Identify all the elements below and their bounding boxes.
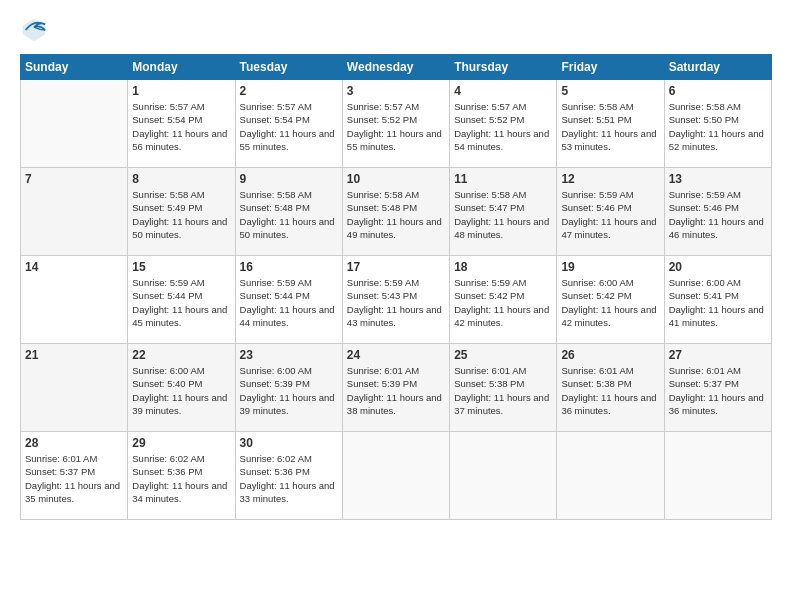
day-info: Sunrise: 5:57 AM Sunset: 5:54 PM Dayligh… bbox=[240, 100, 338, 153]
table-row: 23Sunrise: 6:00 AM Sunset: 5:39 PM Dayli… bbox=[235, 344, 342, 432]
table-row: 7 bbox=[21, 168, 128, 256]
day-number: 20 bbox=[669, 260, 767, 274]
table-row: 20Sunrise: 6:00 AM Sunset: 5:41 PM Dayli… bbox=[664, 256, 771, 344]
week-row-5: 28Sunrise: 6:01 AM Sunset: 5:37 PM Dayli… bbox=[21, 432, 772, 520]
table-row: 9Sunrise: 5:58 AM Sunset: 5:48 PM Daylig… bbox=[235, 168, 342, 256]
table-row: 6Sunrise: 5:58 AM Sunset: 5:50 PM Daylig… bbox=[664, 80, 771, 168]
week-row-4: 2122Sunrise: 6:00 AM Sunset: 5:40 PM Day… bbox=[21, 344, 772, 432]
day-number: 24 bbox=[347, 348, 445, 362]
day-number: 9 bbox=[240, 172, 338, 186]
day-info: Sunrise: 5:58 AM Sunset: 5:49 PM Dayligh… bbox=[132, 188, 230, 241]
col-friday: Friday bbox=[557, 55, 664, 80]
day-info: Sunrise: 6:00 AM Sunset: 5:42 PM Dayligh… bbox=[561, 276, 659, 329]
day-number: 2 bbox=[240, 84, 338, 98]
week-row-1: 1Sunrise: 5:57 AM Sunset: 5:54 PM Daylig… bbox=[21, 80, 772, 168]
day-number: 3 bbox=[347, 84, 445, 98]
day-info: Sunrise: 5:59 AM Sunset: 5:44 PM Dayligh… bbox=[132, 276, 230, 329]
week-row-3: 1415Sunrise: 5:59 AM Sunset: 5:44 PM Day… bbox=[21, 256, 772, 344]
table-row: 28Sunrise: 6:01 AM Sunset: 5:37 PM Dayli… bbox=[21, 432, 128, 520]
week-row-2: 78Sunrise: 5:58 AM Sunset: 5:49 PM Dayli… bbox=[21, 168, 772, 256]
table-row: 19Sunrise: 6:00 AM Sunset: 5:42 PM Dayli… bbox=[557, 256, 664, 344]
day-info: Sunrise: 5:57 AM Sunset: 5:52 PM Dayligh… bbox=[454, 100, 552, 153]
day-number: 14 bbox=[25, 260, 123, 274]
header bbox=[20, 16, 772, 44]
table-row: 2Sunrise: 5:57 AM Sunset: 5:54 PM Daylig… bbox=[235, 80, 342, 168]
day-number: 18 bbox=[454, 260, 552, 274]
logo-icon bbox=[20, 16, 48, 44]
table-row bbox=[664, 432, 771, 520]
table-row: 1Sunrise: 5:57 AM Sunset: 5:54 PM Daylig… bbox=[128, 80, 235, 168]
day-info: Sunrise: 5:59 AM Sunset: 5:44 PM Dayligh… bbox=[240, 276, 338, 329]
day-number: 16 bbox=[240, 260, 338, 274]
day-number: 10 bbox=[347, 172, 445, 186]
table-row: 30Sunrise: 6:02 AM Sunset: 5:36 PM Dayli… bbox=[235, 432, 342, 520]
day-info: Sunrise: 5:59 AM Sunset: 5:46 PM Dayligh… bbox=[669, 188, 767, 241]
day-number: 5 bbox=[561, 84, 659, 98]
day-number: 19 bbox=[561, 260, 659, 274]
table-row: 24Sunrise: 6:01 AM Sunset: 5:39 PM Dayli… bbox=[342, 344, 449, 432]
day-number: 25 bbox=[454, 348, 552, 362]
day-info: Sunrise: 6:00 AM Sunset: 5:41 PM Dayligh… bbox=[669, 276, 767, 329]
day-info: Sunrise: 5:59 AM Sunset: 5:46 PM Dayligh… bbox=[561, 188, 659, 241]
day-number: 12 bbox=[561, 172, 659, 186]
table-row bbox=[557, 432, 664, 520]
day-info: Sunrise: 6:01 AM Sunset: 5:37 PM Dayligh… bbox=[669, 364, 767, 417]
day-info: Sunrise: 5:58 AM Sunset: 5:48 PM Dayligh… bbox=[347, 188, 445, 241]
day-info: Sunrise: 6:01 AM Sunset: 5:38 PM Dayligh… bbox=[454, 364, 552, 417]
table-row: 16Sunrise: 5:59 AM Sunset: 5:44 PM Dayli… bbox=[235, 256, 342, 344]
table-row: 18Sunrise: 5:59 AM Sunset: 5:42 PM Dayli… bbox=[450, 256, 557, 344]
day-info: Sunrise: 5:59 AM Sunset: 5:43 PM Dayligh… bbox=[347, 276, 445, 329]
day-number: 28 bbox=[25, 436, 123, 450]
col-wednesday: Wednesday bbox=[342, 55, 449, 80]
table-row bbox=[21, 80, 128, 168]
day-info: Sunrise: 5:57 AM Sunset: 5:54 PM Dayligh… bbox=[132, 100, 230, 153]
day-info: Sunrise: 6:01 AM Sunset: 5:39 PM Dayligh… bbox=[347, 364, 445, 417]
table-row: 13Sunrise: 5:59 AM Sunset: 5:46 PM Dayli… bbox=[664, 168, 771, 256]
day-info: Sunrise: 6:00 AM Sunset: 5:39 PM Dayligh… bbox=[240, 364, 338, 417]
day-number: 8 bbox=[132, 172, 230, 186]
table-row: 5Sunrise: 5:58 AM Sunset: 5:51 PM Daylig… bbox=[557, 80, 664, 168]
table-row bbox=[342, 432, 449, 520]
day-number: 6 bbox=[669, 84, 767, 98]
day-info: Sunrise: 6:02 AM Sunset: 5:36 PM Dayligh… bbox=[132, 452, 230, 505]
day-number: 21 bbox=[25, 348, 123, 362]
logo bbox=[20, 16, 52, 44]
table-row: 17Sunrise: 5:59 AM Sunset: 5:43 PM Dayli… bbox=[342, 256, 449, 344]
table-row: 11Sunrise: 5:58 AM Sunset: 5:47 PM Dayli… bbox=[450, 168, 557, 256]
day-number: 30 bbox=[240, 436, 338, 450]
day-number: 15 bbox=[132, 260, 230, 274]
day-number: 29 bbox=[132, 436, 230, 450]
day-number: 4 bbox=[454, 84, 552, 98]
day-number: 13 bbox=[669, 172, 767, 186]
day-number: 23 bbox=[240, 348, 338, 362]
table-row: 3Sunrise: 5:57 AM Sunset: 5:52 PM Daylig… bbox=[342, 80, 449, 168]
day-info: Sunrise: 6:01 AM Sunset: 5:38 PM Dayligh… bbox=[561, 364, 659, 417]
table-row: 26Sunrise: 6:01 AM Sunset: 5:38 PM Dayli… bbox=[557, 344, 664, 432]
col-saturday: Saturday bbox=[664, 55, 771, 80]
table-row bbox=[450, 432, 557, 520]
table-row: 21 bbox=[21, 344, 128, 432]
table-row: 15Sunrise: 5:59 AM Sunset: 5:44 PM Dayli… bbox=[128, 256, 235, 344]
table-row: 14 bbox=[21, 256, 128, 344]
day-info: Sunrise: 6:00 AM Sunset: 5:40 PM Dayligh… bbox=[132, 364, 230, 417]
day-number: 7 bbox=[25, 172, 123, 186]
day-info: Sunrise: 5:58 AM Sunset: 5:47 PM Dayligh… bbox=[454, 188, 552, 241]
day-number: 22 bbox=[132, 348, 230, 362]
col-thursday: Thursday bbox=[450, 55, 557, 80]
page: Sunday Monday Tuesday Wednesday Thursday… bbox=[0, 0, 792, 612]
table-row: 4Sunrise: 5:57 AM Sunset: 5:52 PM Daylig… bbox=[450, 80, 557, 168]
day-number: 17 bbox=[347, 260, 445, 274]
day-info: Sunrise: 5:58 AM Sunset: 5:48 PM Dayligh… bbox=[240, 188, 338, 241]
day-number: 11 bbox=[454, 172, 552, 186]
table-row: 8Sunrise: 5:58 AM Sunset: 5:49 PM Daylig… bbox=[128, 168, 235, 256]
day-info: Sunrise: 5:57 AM Sunset: 5:52 PM Dayligh… bbox=[347, 100, 445, 153]
col-sunday: Sunday bbox=[21, 55, 128, 80]
day-info: Sunrise: 5:58 AM Sunset: 5:51 PM Dayligh… bbox=[561, 100, 659, 153]
day-number: 27 bbox=[669, 348, 767, 362]
table-row: 27Sunrise: 6:01 AM Sunset: 5:37 PM Dayli… bbox=[664, 344, 771, 432]
table-row: 29Sunrise: 6:02 AM Sunset: 5:36 PM Dayli… bbox=[128, 432, 235, 520]
day-info: Sunrise: 6:02 AM Sunset: 5:36 PM Dayligh… bbox=[240, 452, 338, 505]
day-info: Sunrise: 5:59 AM Sunset: 5:42 PM Dayligh… bbox=[454, 276, 552, 329]
day-info: Sunrise: 5:58 AM Sunset: 5:50 PM Dayligh… bbox=[669, 100, 767, 153]
day-number: 1 bbox=[132, 84, 230, 98]
